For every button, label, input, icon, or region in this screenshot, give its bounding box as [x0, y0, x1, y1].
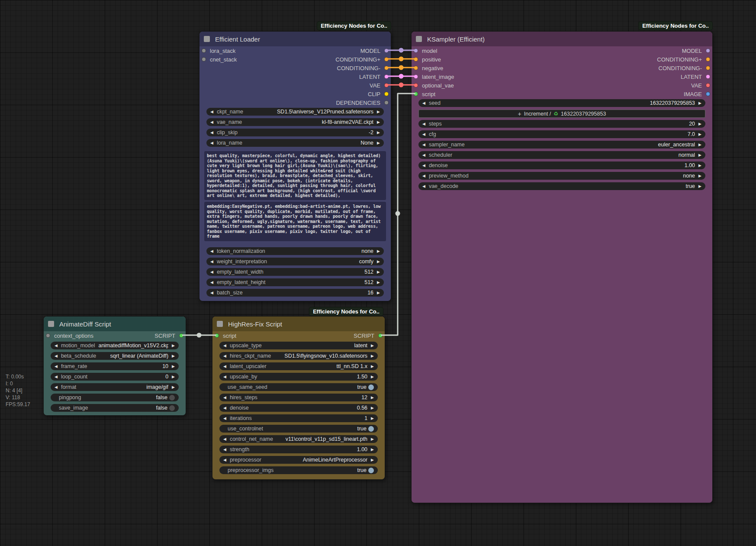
- slot-dot-icon[interactable]: [215, 333, 219, 338]
- slot-dot-icon[interactable]: [384, 74, 389, 79]
- widget-upscale-type[interactable]: ◀upscale_typelatent▶: [219, 342, 378, 349]
- prev-arrow-icon[interactable]: ◀: [55, 342, 58, 349]
- slot-dot-icon[interactable]: [706, 48, 710, 53]
- slot-dot-icon[interactable]: [384, 66, 389, 70]
- widget-motion-model[interactable]: ◀motion_modelanimatediffMotion_v15V2.ckp…: [51, 342, 179, 349]
- slot-dot-icon[interactable]: [384, 100, 389, 105]
- input-slot-script[interactable]: script: [412, 90, 454, 98]
- toggle-dot-icon[interactable]: [368, 384, 374, 390]
- next-arrow-icon[interactable]: ▶: [377, 258, 380, 265]
- collapse-box-icon[interactable]: [48, 321, 54, 327]
- slot-dot-icon[interactable]: [706, 66, 710, 70]
- widget-control-net-name[interactable]: ◀control_net_namev11\control_v11p_sd15_l…: [219, 435, 378, 443]
- collapse-box-icon[interactable]: [204, 36, 210, 42]
- prev-arrow-icon[interactable]: ◀: [223, 435, 226, 443]
- slot-dot-icon[interactable]: [414, 66, 418, 70]
- next-arrow-icon[interactable]: ▶: [371, 373, 374, 381]
- slot-dot-icon[interactable]: [384, 57, 389, 61]
- slot-dot-icon[interactable]: [414, 74, 418, 79]
- next-arrow-icon[interactable]: ▶: [377, 129, 380, 136]
- prev-arrow-icon[interactable]: ◀: [223, 394, 226, 401]
- next-arrow-icon[interactable]: ▶: [698, 162, 701, 169]
- next-arrow-icon[interactable]: ▶: [172, 373, 175, 381]
- widget-denoise[interactable]: ◀denoise1.00▶: [418, 162, 705, 169]
- prev-arrow-icon[interactable]: ◀: [422, 151, 425, 159]
- next-arrow-icon[interactable]: ▶: [371, 342, 374, 349]
- input-slot-negative[interactable]: negative: [412, 64, 454, 72]
- positive-prompt-textarea[interactable]: best quality, masterpiece, colorful, dyn…: [204, 151, 386, 200]
- prev-arrow-icon[interactable]: ◀: [422, 162, 425, 169]
- prev-arrow-icon[interactable]: ◀: [210, 258, 213, 265]
- output-slot-latent[interactable]: LATENT: [657, 72, 712, 81]
- next-arrow-icon[interactable]: ▶: [698, 99, 701, 107]
- prev-arrow-icon[interactable]: ◀: [210, 118, 213, 126]
- widget-strength[interactable]: ◀strength1.00▶: [219, 446, 378, 453]
- input-slot-model[interactable]: model: [412, 46, 454, 55]
- widget-empty-latent-height[interactable]: ◀empty_latent_height512▶: [206, 278, 384, 286]
- input-slot-lora-stack[interactable]: lora_stack: [199, 46, 237, 55]
- prev-arrow-icon[interactable]: ◀: [210, 278, 213, 286]
- prev-arrow-icon[interactable]: ◀: [210, 139, 213, 147]
- next-arrow-icon[interactable]: ▶: [698, 182, 701, 190]
- widget-vae-name[interactable]: ◀vae_namekl-f8-anime2VAE.ckpt▶: [206, 118, 384, 126]
- widget-lora-name[interactable]: ◀lora_nameNone▶: [206, 139, 384, 147]
- slot-dot-icon[interactable]: [706, 57, 710, 61]
- widget-clip-skip[interactable]: ◀clip_skip-2▶: [206, 129, 384, 136]
- output-slot-conditioning-plus[interactable]: CONDITIONING+: [657, 55, 712, 64]
- collapse-box-icon[interactable]: [416, 36, 422, 42]
- input-slot-latent-image[interactable]: latent_image: [412, 72, 454, 81]
- node-header[interactable]: KSampler (Efficient): [412, 32, 712, 46]
- node-graph-canvas[interactable]: Efficiency Nodes for Co.. Efficiency Nod…: [0, 0, 756, 546]
- next-arrow-icon[interactable]: ▶: [377, 139, 380, 147]
- widget-steps[interactable]: ◀steps20▶: [418, 120, 705, 128]
- next-arrow-icon[interactable]: ▶: [371, 362, 374, 370]
- seed-increment-button[interactable]: + Increment / ♻ 163220379295853: [418, 110, 705, 118]
- prev-arrow-icon[interactable]: ◀: [223, 446, 226, 453]
- next-arrow-icon[interactable]: ▶: [377, 278, 380, 286]
- widget-iterations[interactable]: ◀iterations1▶: [219, 414, 378, 422]
- prev-arrow-icon[interactable]: ◀: [55, 352, 58, 360]
- input-slot-positive[interactable]: positive: [412, 55, 454, 64]
- toggle-dot-icon[interactable]: [368, 426, 374, 432]
- slot-dot-icon[interactable]: [384, 83, 389, 87]
- next-arrow-icon[interactable]: ▶: [371, 456, 374, 464]
- node-efficient-loader[interactable]: Efficient Loader lora_stack cnet_stack M…: [199, 31, 391, 301]
- next-arrow-icon[interactable]: ▶: [698, 120, 701, 128]
- next-arrow-icon[interactable]: ▶: [371, 352, 374, 360]
- widget-scheduler[interactable]: ◀schedulernormal▶: [418, 151, 705, 159]
- widget-use-same-seed[interactable]: use_same_seedtrue: [219, 383, 378, 391]
- widget-preview-method[interactable]: ◀preview_methodnone▶: [418, 172, 705, 180]
- output-slot-vae[interactable]: VAE: [335, 81, 391, 90]
- widget-batch-size[interactable]: ◀batch_size16▶: [206, 289, 384, 297]
- prev-arrow-icon[interactable]: ◀: [223, 414, 226, 422]
- prev-arrow-icon[interactable]: ◀: [223, 456, 226, 464]
- output-slot-model[interactable]: MODEL: [335, 46, 391, 55]
- prev-arrow-icon[interactable]: ◀: [210, 129, 213, 136]
- widget-preprocessor-imgs[interactable]: preprocessor_imgstrue: [219, 466, 378, 474]
- prev-arrow-icon[interactable]: ◀: [223, 342, 226, 349]
- slot-dot-icon[interactable]: [384, 92, 389, 96]
- next-arrow-icon[interactable]: ▶: [371, 394, 374, 401]
- output-slot-vae[interactable]: VAE: [657, 81, 712, 90]
- next-arrow-icon[interactable]: ▶: [377, 289, 380, 297]
- node-header[interactable]: Efficient Loader: [199, 32, 391, 46]
- prev-arrow-icon[interactable]: ◀: [223, 362, 226, 370]
- widget-cfg[interactable]: ◀cfg7.0▶: [418, 130, 705, 138]
- slot-dot-icon[interactable]: [202, 57, 206, 61]
- prev-arrow-icon[interactable]: ◀: [422, 120, 425, 128]
- widget-hires-steps[interactable]: ◀hires_steps12▶: [219, 394, 378, 401]
- widget-token-normalization[interactable]: ◀token_normalizationnone▶: [206, 247, 384, 255]
- toggle-dot-icon[interactable]: [368, 468, 374, 473]
- output-slot-script[interactable]: SCRIPT: [154, 331, 186, 340]
- output-slot-conditioning-plus[interactable]: CONDITIONING+: [335, 55, 391, 64]
- prev-arrow-icon[interactable]: ◀: [210, 108, 213, 116]
- slot-dot-icon[interactable]: [202, 48, 206, 53]
- slot-dot-icon[interactable]: [414, 92, 418, 96]
- output-slot-model[interactable]: MODEL: [657, 46, 712, 55]
- output-slot-conditioning-minus[interactable]: CONDITIONING-: [335, 64, 391, 72]
- widget-beta-schedule[interactable]: ◀beta_schedulesqrt_linear (AnimateDiff)▶: [51, 352, 179, 360]
- prev-arrow-icon[interactable]: ◀: [422, 182, 425, 190]
- node-header[interactable]: HighRes-Fix Script: [212, 317, 385, 331]
- slot-dot-icon[interactable]: [706, 83, 710, 87]
- prev-arrow-icon[interactable]: ◀: [210, 268, 213, 276]
